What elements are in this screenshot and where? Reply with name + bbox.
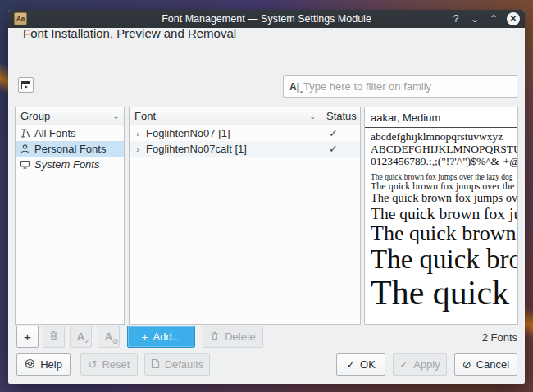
family-filter-input[interactable] [303,80,511,93]
group-item-personal-fonts[interactable]: Personal Fonts [16,141,124,157]
group-panel: Group ⌄ All Fonts Personal Fonts System … [15,107,125,325]
font-preview-panel[interactable]: aakar, Medium abcdefghijklmnopqrstuvwxyz… [364,107,518,325]
cancel-slash-icon: ⊘ [462,358,472,371]
minimize-button[interactable]: ⌄ [469,13,481,25]
reset-button[interactable]: ↺ Reset [80,353,138,376]
undo-icon: ↺ [89,358,98,371]
titlebar[interactable]: Aa Font Management — System Settings Mod… [8,10,525,28]
new-group-button[interactable]: + [16,326,39,348]
font-row-foglihtenno07calt[interactable]: › FoglihtenNo07calt [1] ✓ [130,141,360,157]
delete-fonts-button[interactable]: Delete [203,326,263,348]
filter-font-icon: A|⌄ [289,81,299,93]
disable-font-button[interactable]: A⊘ [98,326,120,348]
cancel-button[interactable]: ⊘ Cancel [454,353,517,376]
group-item-system-fonts[interactable]: System Fonts [16,157,124,172]
preview-window-icon [21,81,30,89]
trash-icon [48,330,59,344]
trash-icon [210,330,220,344]
font-list-header: Font ⌄ Status [130,107,360,125]
add-fonts-button[interactable]: + Add... [127,326,195,348]
group-column-header[interactable]: Group ⌄ [16,107,124,125]
computer-icon [20,159,30,170]
maximize-button[interactable]: ⌃ [488,13,499,25]
enabled-check-icon: ✓ [321,143,360,155]
filter-field-container: A|⌄ [283,75,517,98]
help-icon [25,358,35,371]
check-icon: ✓ [346,358,355,371]
remove-group-button[interactable] [43,326,65,348]
font-row-foglihtenno07[interactable]: › FoglihtenNo07 [1] ✓ [130,125,360,141]
font-management-window: Aa Font Management — System Settings Mod… [8,10,525,384]
enable-font-button[interactable]: A✓ [70,326,92,348]
sort-indicator-icon: ⌄ [112,112,119,121]
expand-chevron-icon[interactable]: › [130,144,146,154]
window-title: Font Management — System Settings Module [8,13,525,25]
close-button[interactable]: ✕ [507,12,520,25]
help-window-button[interactable]: ? [450,13,462,25]
sort-indicator-icon: ⌄ [309,112,316,121]
font-count-label: 2 Fonts [482,331,517,344]
status-column-header[interactable]: Status [321,107,360,125]
app-icon: Aa [14,12,27,25]
person-icon [20,144,30,154]
font-list-panel: Font ⌄ Status › FoglihtenNo07 [1] ✓ › Fo… [129,107,361,325]
enable-font-icon: A✓ [77,330,84,343]
page-title: Font Installation, Preview and Removal [23,26,236,40]
check-icon: ✓ [399,358,408,371]
document-icon [151,358,160,371]
ok-button[interactable]: ✓ OK [336,353,385,376]
group-item-all-fonts[interactable]: All Fonts [16,125,124,141]
expand-chevron-icon[interactable]: › [130,129,146,139]
preview-samples: The quick brown fox jumps over the lazy … [365,171,517,312]
toggle-preview-button[interactable] [18,77,34,93]
all-fonts-icon [20,128,30,139]
preview-alphabet: abcdefghijklmnopqrstuvwxyz ABCDEFGHIJKLM… [365,128,517,171]
disable-font-icon: A⊘ [105,330,112,343]
help-button[interactable]: Help [16,353,71,376]
enabled-check-icon: ✓ [321,127,360,139]
preview-font-name: aakar, Medium [365,107,517,128]
font-column-header[interactable]: Font ⌄ [130,110,321,122]
apply-button[interactable]: ✓ Cancel Apply [393,353,447,376]
defaults-button[interactable]: Defaults [144,353,210,376]
